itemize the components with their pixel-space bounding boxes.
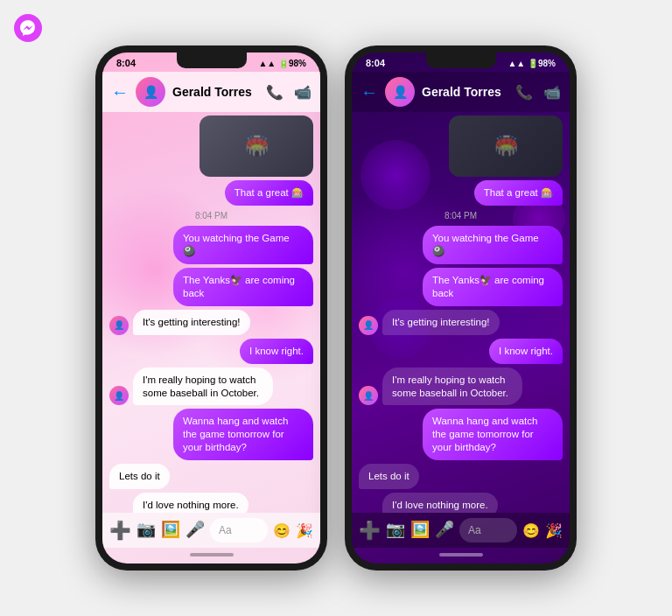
- mic-icon-light[interactable]: 🎤: [186, 520, 205, 541]
- chat-header-dark: ← 👤 Gerald Torres 📞 📹: [352, 72, 570, 112]
- emoji-icon-light[interactable]: 😊: [273, 522, 290, 539]
- status-bar-light: 8:04 ▲▲ 🔋98%: [102, 52, 320, 72]
- contact-name-dark: Gerald Torres: [422, 85, 508, 99]
- image-icon-dark[interactable]: 🖼️: [410, 520, 430, 541]
- msg-letsdo-dark: Lets do it: [359, 464, 563, 489]
- bubble-letsdo-light: Lets do it: [109, 464, 170, 489]
- status-icons-light: ▲▲ 🔋98%: [258, 59, 306, 68]
- input-bar-dark: ➕ 📷 🖼️ 🎤 Aa 😊 🎉: [352, 513, 570, 548]
- camera-icon-light[interactable]: 📷: [136, 520, 156, 541]
- bubble-watching-dark: You watching the Game 🎱: [423, 226, 563, 264]
- time-dark: 8:04: [366, 58, 385, 68]
- avatar-baseball-light: 👤: [109, 386, 129, 405]
- nav-bar-light: [102, 548, 320, 564]
- msg-yanks-light: The Yanks🦅 are coming back: [109, 268, 313, 306]
- party-icon-dark[interactable]: 🎉: [545, 522, 563, 539]
- header-avatar-light: 👤: [136, 77, 165, 107]
- msg-hang-light: Wanna hang and watch the game tomorrow f…: [109, 409, 313, 460]
- bubble-love-light: I'd love nothing more.: [133, 493, 248, 513]
- bubble-interesting-light: It's getting interesting!: [133, 310, 250, 335]
- avatar-other-dark: 👤: [359, 316, 378, 335]
- back-button-dark[interactable]: ←: [360, 82, 378, 102]
- time-light: 8:04: [116, 58, 136, 68]
- msg-great-light: That a great 🎰: [109, 180, 313, 206]
- msg-letsdo-light: Lets do it: [109, 464, 313, 489]
- fb-messenger-logo: [14, 14, 42, 42]
- bubble-love-dark: I'd love nothing more.: [382, 493, 498, 513]
- msg-hang-dark: Wanna hang and watch the game tomorrow f…: [359, 409, 563, 460]
- header-avatar-dark: 👤: [385, 77, 415, 107]
- msg-watching-dark: You watching the Game 🎱: [359, 226, 563, 264]
- msg-yanks-dark: The Yanks🦅 are coming back: [359, 268, 563, 306]
- messages-light: 🏟️ That a great 🎰 8:04 PM You watching t…: [102, 112, 320, 513]
- status-icons-dark: ▲▲ 🔋98%: [508, 59, 556, 68]
- party-icon-light[interactable]: 🎉: [296, 522, 313, 539]
- input-bar-light: ➕ 📷 🖼️ 🎤 Aa 😊 🎉: [102, 513, 320, 548]
- bubble-yanks-dark: The Yanks🦅 are coming back: [423, 268, 563, 306]
- msg-great-dark: That a great 🎰: [359, 180, 563, 206]
- msg-love-dark: 👤 I'd love nothing more. 👍: [359, 493, 563, 513]
- video-button-dark[interactable]: 📹: [543, 84, 561, 101]
- bubble-hang-light: Wanna hang and watch the game tomorrow f…: [173, 409, 313, 460]
- msg-interesting-dark: 👤 It's getting interesting!: [359, 310, 563, 335]
- mic-icon-dark[interactable]: 🎤: [435, 520, 454, 541]
- bubble-great-dark: That a great 🎰: [474, 180, 563, 206]
- status-bar-dark: 8:04 ▲▲ 🔋98%: [352, 52, 570, 72]
- avatar-other-light: 👤: [109, 316, 129, 335]
- bubble-iknow-light: I know right.: [240, 339, 313, 364]
- dark-phone: 8:04 ▲▲ 🔋98% ← 👤 Gerald Torres 📞 📹 🏟️: [345, 46, 577, 570]
- call-button-dark[interactable]: 📞: [515, 84, 533, 101]
- svg-point-0: [14, 14, 42, 42]
- bubble-interesting-dark: It's getting interesting!: [382, 310, 500, 335]
- bubble-baseball-dark: I'm really hoping to watch some baseball…: [382, 368, 522, 406]
- image-icon-light[interactable]: 🖼️: [161, 520, 180, 541]
- camera-icon-dark[interactable]: 📷: [386, 520, 405, 541]
- input-field-light[interactable]: Aa: [210, 518, 268, 542]
- msg-baseball-dark: 👤 I'm really hoping to watch some baseba…: [359, 368, 563, 406]
- bubble-yanks-light: The Yanks🦅 are coming back: [173, 268, 313, 306]
- call-button-light[interactable]: 📞: [266, 84, 284, 101]
- msg-iknow-dark: I know right.: [359, 339, 563, 364]
- emoji-icon-dark[interactable]: 😊: [522, 522, 540, 539]
- chat-header-light: ← 👤 Gerald Torres 📞 📹: [102, 72, 320, 112]
- bubble-iknow-dark: I know right.: [489, 339, 563, 364]
- home-bar-dark: [352, 548, 570, 564]
- image-message-dark: 🏟️: [359, 116, 563, 177]
- msg-love-light: 👤 I'd love nothing more. 👍: [109, 493, 313, 513]
- input-field-dark[interactable]: Aa: [459, 518, 517, 542]
- msg-watching-light: You watching the Game 🎱: [109, 226, 313, 264]
- bubble-hang-dark: Wanna hang and watch the game tomorrow f…: [423, 409, 563, 460]
- plus-icon-light[interactable]: ➕: [109, 520, 131, 541]
- messages-dark: 🏟️ That a great 🎰 8:04 PM You watching t…: [352, 112, 570, 513]
- bubble-baseball-light: I'm really hoping to watch some baseball…: [133, 368, 273, 406]
- back-button-light[interactable]: ←: [111, 82, 129, 102]
- plus-icon-dark[interactable]: ➕: [359, 520, 381, 541]
- msg-interesting-light: 👤 It's getting interesting!: [109, 310, 313, 335]
- light-phone: 8:04 ▲▲ 🔋98% ← 👤 Gerald Torres 📞 📹 🏟️: [95, 46, 327, 570]
- avatar-baseball-dark: 👤: [359, 386, 378, 405]
- msg-baseball-light: 👤 I'm really hoping to watch some baseba…: [109, 368, 313, 406]
- timestamp-light: 8:04 PM: [109, 209, 313, 222]
- bubble-letsdo-dark: Lets do it: [359, 464, 419, 489]
- contact-name-light: Gerald Torres: [172, 85, 259, 99]
- bubble-great-light: That a great 🎰: [225, 180, 313, 206]
- image-message-light: 🏟️: [109, 116, 313, 177]
- timestamp-dark: 8:04 PM: [359, 209, 563, 222]
- bubble-watching-light: You watching the Game 🎱: [173, 226, 313, 264]
- video-button-light[interactable]: 📹: [294, 84, 312, 101]
- msg-iknow-light: I know right.: [109, 339, 313, 364]
